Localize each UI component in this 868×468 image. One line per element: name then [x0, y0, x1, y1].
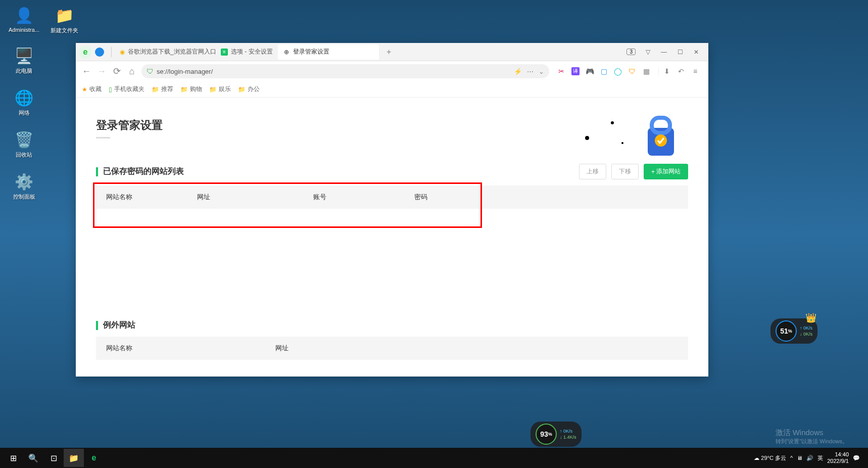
- desktop-icon-network[interactable]: 🌐 网络: [5, 87, 43, 117]
- plus-icon: +: [651, 168, 655, 175]
- reload-button[interactable]: ⟳: [111, 66, 122, 77]
- date-text: 2022/9/1: [827, 458, 849, 464]
- box-icon[interactable]: ▢: [600, 67, 608, 75]
- add-site-button[interactable]: +添加网站: [644, 164, 688, 179]
- svg-point-0: [585, 136, 589, 140]
- quick-access-icon[interactable]: [95, 48, 104, 57]
- desktop-icon-administrator[interactable]: 👤 Administra...: [5, 5, 43, 33]
- game-icon[interactable]: 🎮: [586, 67, 594, 75]
- button-label: 下移: [619, 168, 631, 175]
- folder-icon: 📁: [238, 86, 246, 93]
- bookmark-label: 办公: [248, 85, 260, 93]
- tray-chevron-icon[interactable]: ^: [790, 455, 793, 461]
- download-icon[interactable]: ⬇: [663, 67, 671, 75]
- percentage-circle: 51%: [776, 320, 797, 342]
- bookmark-label: 手机收藏夹: [114, 85, 144, 93]
- settings-icon: ≡: [221, 49, 228, 56]
- home-button[interactable]: ⌂: [126, 66, 137, 77]
- circle-icon[interactable]: ◯: [614, 67, 622, 75]
- weather-widget[interactable]: ☁ 29°C 多云: [754, 454, 786, 462]
- tray-monitor-icon[interactable]: 🖥: [797, 455, 802, 461]
- desktop-icon-label: Administra...: [9, 27, 39, 33]
- scissors-icon[interactable]: ✂: [557, 67, 565, 75]
- bookmarks-bar: ★收藏 ▯手机收藏夹 📁推荐 📁购物 📁娱乐 📁办公: [76, 81, 708, 98]
- shield-icon: 🛡: [147, 67, 154, 75]
- close-button[interactable]: ✕: [692, 48, 700, 56]
- page-header: 登录管家设置: [76, 98, 708, 149]
- bookmark-shopping[interactable]: 📁购物: [180, 85, 202, 93]
- desktop-icon-label: 回收站: [16, 151, 32, 159]
- shield2-icon[interactable]: 🛡: [628, 67, 636, 75]
- star-icon: ★: [82, 86, 87, 93]
- desktop-icon-label: 网络: [19, 109, 30, 117]
- page-content[interactable]: 登录管家设置 已保存密码的网站列表 上移: [76, 98, 708, 377]
- browser-taskbar-button[interactable]: e: [84, 449, 104, 467]
- system-monitor-widget-2[interactable]: 93% ↑ 0K/s ↓ 1.4K/s: [531, 422, 582, 447]
- desktop-icon-this-pc[interactable]: 🖥️ 此电脑: [5, 45, 43, 75]
- desktop-icon-recycle-bin[interactable]: 🗑️ 回收站: [5, 129, 43, 159]
- tray-volume-icon[interactable]: 🔊: [806, 455, 813, 461]
- forward-button[interactable]: →: [96, 66, 107, 77]
- back-button[interactable]: ←: [81, 66, 92, 77]
- folder-icon: 📁: [152, 86, 159, 93]
- tab-label: 登录管家设置: [293, 48, 329, 56]
- bookmark-entertainment[interactable]: 📁娱乐: [209, 85, 231, 93]
- desktop-icon-label: 控制面板: [13, 193, 35, 201]
- windows-activation-watermark: 激活 Windows 转到"设置"以激活 Windows。: [776, 428, 848, 445]
- desktop-icon-new-folder[interactable]: 📁 新建文件夹: [45, 5, 83, 34]
- lock-illustration: [582, 108, 683, 158]
- tab-google-browser[interactable]: ◉ 谷歌浏览器下载_浏览器官网入口: [115, 44, 216, 60]
- bookmark-favorites[interactable]: ★收藏: [82, 85, 102, 93]
- start-button[interactable]: ⊞: [3, 449, 23, 467]
- computer-icon: 🖥️: [14, 45, 34, 66]
- svg-point-5: [655, 134, 667, 147]
- address-bar[interactable]: 🛡 se://login-manager/ ⚡ ⋯ ⌄: [141, 64, 549, 78]
- file-explorer-button[interactable]: 📁: [64, 449, 84, 467]
- tab-bar: e ◉ 谷歌浏览器下载_浏览器官网入口 ≡ 选项 - 安全设置 ⊕ 登录管家设置…: [76, 43, 708, 61]
- watermark-line1: 激活 Windows: [776, 428, 848, 438]
- clock[interactable]: 14:40 2022/9/1: [827, 451, 849, 464]
- highlight-annotation: [93, 182, 482, 228]
- bookmark-office[interactable]: 📁办公: [238, 85, 260, 93]
- globe-icon: ⊕: [283, 49, 290, 56]
- new-tab-button[interactable]: +: [383, 46, 395, 58]
- svg-point-1: [611, 121, 614, 124]
- tab-login-manager[interactable]: ⊕ 登录管家设置: [278, 44, 379, 60]
- bookmark-recommended[interactable]: 📁推荐: [152, 85, 173, 93]
- column-url: 网址: [275, 344, 678, 353]
- tab-options-security[interactable]: ≡ 选项 - 安全设置: [216, 44, 278, 60]
- move-up-button[interactable]: 上移: [579, 164, 606, 179]
- button-label: 添加网站: [656, 167, 681, 176]
- history-icon[interactable]: ↶: [677, 67, 685, 75]
- chevron-down-icon[interactable]: ⌄: [539, 68, 544, 75]
- translate-icon[interactable]: 译: [571, 67, 580, 75]
- ime-indicator[interactable]: 英: [817, 454, 823, 462]
- desktop-icon-label: 新建文件夹: [51, 27, 78, 34]
- tab-label: 谷歌浏览器下载_浏览器官网入口: [128, 48, 216, 56]
- minimize-button[interactable]: —: [660, 48, 668, 56]
- section-title: 已保存密码的网站列表: [103, 166, 184, 177]
- notifications-button[interactable]: 💬: [853, 455, 860, 461]
- saved-passwords-section: 已保存密码的网站列表 上移 下移 +添加网站 网站名称 网址 账号 密码: [76, 149, 708, 290]
- search-button[interactable]: 🔍: [23, 449, 43, 467]
- title-underline: [96, 137, 110, 138]
- bookmark-mobile[interactable]: ▯手机收藏夹: [109, 85, 144, 93]
- task-view-button[interactable]: ⊡: [43, 449, 64, 467]
- user-icon: 👤: [14, 5, 34, 25]
- filter-icon[interactable]: ▽: [644, 48, 652, 56]
- move-down-button[interactable]: 下移: [611, 164, 639, 179]
- watermark-line2: 转到"设置"以激活 Windows。: [776, 438, 848, 445]
- maximize-button[interactable]: ☐: [676, 48, 684, 56]
- grid-icon[interactable]: ▦: [642, 67, 650, 75]
- menu-icon[interactable]: ≡: [691, 67, 699, 75]
- flash-icon[interactable]: ⚡: [514, 68, 522, 75]
- desktop-icon-control-panel[interactable]: ⚙️ 控制面板: [5, 171, 43, 201]
- system-monitor-widget-1[interactable]: 👑 51% ↑ 0K/s ↓ 0K/s: [770, 318, 817, 344]
- section-title-row: 例外网站: [96, 320, 688, 331]
- more-icon[interactable]: ⋯: [527, 68, 534, 75]
- window-controls: 3 ▽ — ☐ ✕: [626, 48, 705, 56]
- browser-logo-icon[interactable]: e: [79, 45, 92, 59]
- desktop-icon-label: 此电脑: [16, 67, 32, 75]
- tab-count-badge[interactable]: 3: [626, 49, 636, 55]
- green-accent-bar: [96, 321, 98, 330]
